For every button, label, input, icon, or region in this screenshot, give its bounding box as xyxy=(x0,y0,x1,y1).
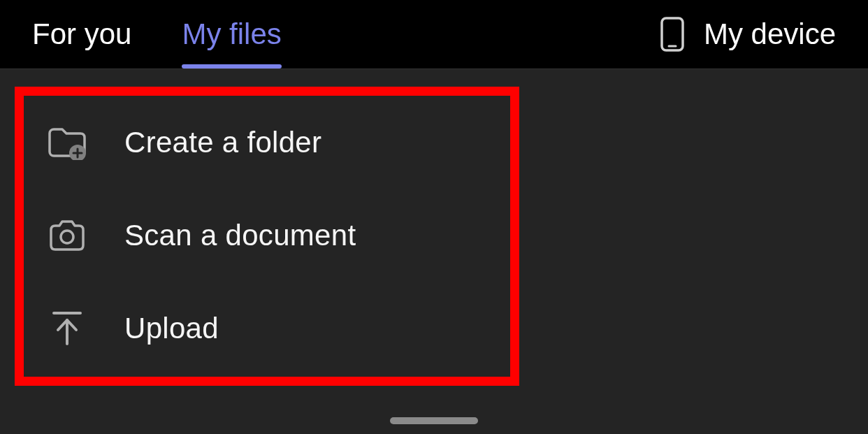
tab-bar-left: For you My files xyxy=(32,0,282,68)
tab-for-you[interactable]: For you xyxy=(32,0,131,68)
home-indicator[interactable] xyxy=(390,417,478,424)
menu-item-create-folder-label: Create a folder xyxy=(124,126,321,159)
bottom-sheet: Create a folder Scan a document Upload xyxy=(0,69,868,434)
tab-my-files-label: My files xyxy=(182,17,281,51)
my-device-label: My device xyxy=(704,17,836,51)
menu-item-upload-label: Upload xyxy=(124,312,219,345)
phone-icon xyxy=(658,15,687,54)
upload-icon xyxy=(46,308,88,349)
camera-icon xyxy=(46,215,88,256)
tab-for-you-label: For you xyxy=(32,17,131,51)
my-device-link[interactable]: My device xyxy=(658,0,836,68)
folder-plus-icon xyxy=(46,122,88,164)
tab-my-files[interactable]: My files xyxy=(182,0,281,68)
actions-menu-highlighted: Create a folder Scan a document Upload xyxy=(15,87,519,386)
menu-item-create-folder[interactable]: Create a folder xyxy=(42,96,492,189)
tab-bar: For you My files My device xyxy=(0,0,868,68)
menu-item-upload[interactable]: Upload xyxy=(42,282,492,375)
menu-item-scan-document[interactable]: Scan a document xyxy=(42,189,492,282)
menu-item-scan-document-label: Scan a document xyxy=(124,219,356,252)
svg-point-5 xyxy=(61,231,73,243)
